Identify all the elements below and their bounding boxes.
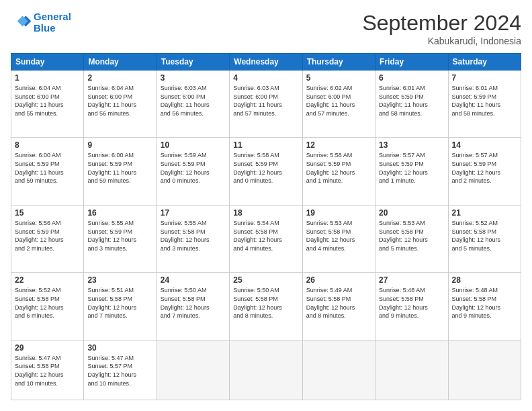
day-info: Sunrise: 5:57 AM Sunset: 5:59 PM Dayligh… xyxy=(452,151,517,185)
week-row-2: 8Sunrise: 6:00 AM Sunset: 5:59 PM Daylig… xyxy=(11,138,521,205)
day-cell: 27Sunrise: 5:48 AM Sunset: 5:58 PM Dayli… xyxy=(375,273,448,340)
day-cell: 7Sunrise: 6:01 AM Sunset: 5:59 PM Daylig… xyxy=(448,71,521,138)
day-info: Sunrise: 5:54 AM Sunset: 5:58 PM Dayligh… xyxy=(233,219,298,253)
week-row-1: 1Sunrise: 6:04 AM Sunset: 6:00 PM Daylig… xyxy=(11,71,521,138)
day-info: Sunrise: 5:59 AM Sunset: 5:59 PM Dayligh… xyxy=(161,151,226,185)
day-cell: 2Sunrise: 6:04 AM Sunset: 6:00 PM Daylig… xyxy=(84,71,157,138)
header: General Blue September 2024 Kabukarudi, … xyxy=(11,11,521,46)
day-cell: 28Sunrise: 5:48 AM Sunset: 5:58 PM Dayli… xyxy=(448,273,521,340)
day-cell: 22Sunrise: 5:52 AM Sunset: 5:58 PM Dayli… xyxy=(11,273,84,340)
day-cell: 6Sunrise: 6:01 AM Sunset: 5:59 PM Daylig… xyxy=(375,71,448,138)
day-cell: 17Sunrise: 5:55 AM Sunset: 5:58 PM Dayli… xyxy=(157,205,229,272)
day-cell: 18Sunrise: 5:54 AM Sunset: 5:58 PM Dayli… xyxy=(230,205,302,272)
day-info: Sunrise: 5:52 AM Sunset: 5:58 PM Dayligh… xyxy=(15,286,80,320)
day-info: Sunrise: 5:58 AM Sunset: 5:59 PM Dayligh… xyxy=(233,151,298,185)
weekday-header-tuesday: Tuesday xyxy=(157,54,229,71)
logo-text: General Blue xyxy=(34,11,71,34)
page: General Blue September 2024 Kabukarudi, … xyxy=(0,0,532,411)
day-number: 26 xyxy=(306,275,371,285)
weekday-header-row: SundayMondayTuesdayWednesdayThursdayFrid… xyxy=(11,54,521,71)
day-number: 27 xyxy=(379,275,444,285)
day-number: 7 xyxy=(452,73,517,83)
day-number: 25 xyxy=(233,275,298,285)
title-area: September 2024 Kabukarudi, Indonesia xyxy=(362,11,521,46)
day-number: 4 xyxy=(233,73,298,83)
day-number: 3 xyxy=(161,73,226,83)
day-info: Sunrise: 6:02 AM Sunset: 6:00 PM Dayligh… xyxy=(306,84,371,118)
day-info: Sunrise: 5:49 AM Sunset: 5:58 PM Dayligh… xyxy=(306,286,371,320)
day-cell: 3Sunrise: 6:03 AM Sunset: 6:00 PM Daylig… xyxy=(157,71,229,138)
weekday-header-friday: Friday xyxy=(375,54,448,71)
day-info: Sunrise: 6:04 AM Sunset: 6:00 PM Dayligh… xyxy=(87,84,152,118)
day-number: 28 xyxy=(452,275,517,285)
day-number: 20 xyxy=(379,208,444,218)
day-cell: 5Sunrise: 6:02 AM Sunset: 6:00 PM Daylig… xyxy=(302,71,375,138)
day-cell: 11Sunrise: 5:58 AM Sunset: 5:59 PM Dayli… xyxy=(230,138,302,205)
general-blue-logo-icon xyxy=(11,11,32,33)
day-cell: 25Sunrise: 5:50 AM Sunset: 5:58 PM Dayli… xyxy=(230,273,302,340)
day-info: Sunrise: 5:55 AM Sunset: 5:59 PM Dayligh… xyxy=(87,219,152,253)
day-cell xyxy=(302,340,375,400)
day-cell: 29Sunrise: 5:47 AM Sunset: 5:58 PM Dayli… xyxy=(11,340,84,400)
day-number: 18 xyxy=(233,208,298,218)
day-number: 11 xyxy=(233,140,298,150)
day-cell: 10Sunrise: 5:59 AM Sunset: 5:59 PM Dayli… xyxy=(157,138,229,205)
day-info: Sunrise: 6:01 AM Sunset: 5:59 PM Dayligh… xyxy=(452,84,517,118)
day-cell: 24Sunrise: 5:50 AM Sunset: 5:58 PM Dayli… xyxy=(157,273,229,340)
day-number: 21 xyxy=(452,208,517,218)
day-info: Sunrise: 5:58 AM Sunset: 5:59 PM Dayligh… xyxy=(306,151,371,185)
day-number: 19 xyxy=(306,208,371,218)
day-number: 16 xyxy=(87,208,152,218)
day-cell xyxy=(448,340,521,400)
day-cell: 26Sunrise: 5:49 AM Sunset: 5:58 PM Dayli… xyxy=(302,273,375,340)
day-info: Sunrise: 5:51 AM Sunset: 5:58 PM Dayligh… xyxy=(87,286,152,320)
day-number: 17 xyxy=(161,208,226,218)
week-row-3: 15Sunrise: 5:56 AM Sunset: 5:59 PM Dayli… xyxy=(11,205,521,272)
day-number: 8 xyxy=(15,140,80,150)
day-info: Sunrise: 5:48 AM Sunset: 5:58 PM Dayligh… xyxy=(452,286,517,320)
day-cell: 15Sunrise: 5:56 AM Sunset: 5:59 PM Dayli… xyxy=(11,205,84,272)
day-number: 12 xyxy=(306,140,371,150)
day-number: 23 xyxy=(87,275,152,285)
day-number: 29 xyxy=(15,343,80,353)
day-info: Sunrise: 6:00 AM Sunset: 5:59 PM Dayligh… xyxy=(87,151,152,185)
day-info: Sunrise: 5:47 AM Sunset: 5:58 PM Dayligh… xyxy=(15,354,80,387)
day-number: 10 xyxy=(161,140,226,150)
day-cell xyxy=(157,340,229,400)
day-info: Sunrise: 6:00 AM Sunset: 5:59 PM Dayligh… xyxy=(15,151,80,185)
day-info: Sunrise: 5:48 AM Sunset: 5:58 PM Dayligh… xyxy=(379,286,444,320)
day-info: Sunrise: 5:53 AM Sunset: 5:58 PM Dayligh… xyxy=(306,219,371,253)
day-number: 15 xyxy=(15,208,80,218)
day-info: Sunrise: 6:04 AM Sunset: 6:00 PM Dayligh… xyxy=(15,84,80,118)
day-cell: 19Sunrise: 5:53 AM Sunset: 5:58 PM Dayli… xyxy=(302,205,375,272)
calendar-table: SundayMondayTuesdayWednesdayThursdayFrid… xyxy=(11,53,521,400)
day-cell: 8Sunrise: 6:00 AM Sunset: 5:59 PM Daylig… xyxy=(11,138,84,205)
day-cell: 13Sunrise: 5:57 AM Sunset: 5:59 PM Dayli… xyxy=(375,138,448,205)
day-info: Sunrise: 5:50 AM Sunset: 5:58 PM Dayligh… xyxy=(233,286,298,320)
location: Kabukarudi, Indonesia xyxy=(362,36,521,46)
day-cell: 21Sunrise: 5:52 AM Sunset: 5:58 PM Dayli… xyxy=(448,205,521,272)
weekday-header-monday: Monday xyxy=(84,54,157,71)
day-info: Sunrise: 5:53 AM Sunset: 5:58 PM Dayligh… xyxy=(379,219,444,253)
day-info: Sunrise: 6:03 AM Sunset: 6:00 PM Dayligh… xyxy=(233,84,298,118)
day-info: Sunrise: 6:03 AM Sunset: 6:00 PM Dayligh… xyxy=(161,84,226,118)
day-info: Sunrise: 5:57 AM Sunset: 5:59 PM Dayligh… xyxy=(379,151,444,185)
day-number: 30 xyxy=(87,343,152,353)
weekday-header-thursday: Thursday xyxy=(302,54,375,71)
day-info: Sunrise: 5:47 AM Sunset: 5:57 PM Dayligh… xyxy=(87,354,152,387)
day-cell: 9Sunrise: 6:00 AM Sunset: 5:59 PM Daylig… xyxy=(84,138,157,205)
day-number: 13 xyxy=(379,140,444,150)
day-info: Sunrise: 6:01 AM Sunset: 5:59 PM Dayligh… xyxy=(379,84,444,118)
week-row-5: 29Sunrise: 5:47 AM Sunset: 5:58 PM Dayli… xyxy=(11,340,521,400)
day-number: 22 xyxy=(15,275,80,285)
day-number: 24 xyxy=(161,275,226,285)
day-cell: 23Sunrise: 5:51 AM Sunset: 5:58 PM Dayli… xyxy=(84,273,157,340)
weekday-header-wednesday: Wednesday xyxy=(230,54,302,71)
logo-area: General Blue xyxy=(11,11,71,34)
day-number: 5 xyxy=(306,73,371,83)
day-number: 6 xyxy=(379,73,444,83)
day-info: Sunrise: 5:56 AM Sunset: 5:59 PM Dayligh… xyxy=(15,219,80,253)
week-row-4: 22Sunrise: 5:52 AM Sunset: 5:58 PM Dayli… xyxy=(11,273,521,340)
day-number: 9 xyxy=(87,140,152,150)
day-cell: 16Sunrise: 5:55 AM Sunset: 5:59 PM Dayli… xyxy=(84,205,157,272)
